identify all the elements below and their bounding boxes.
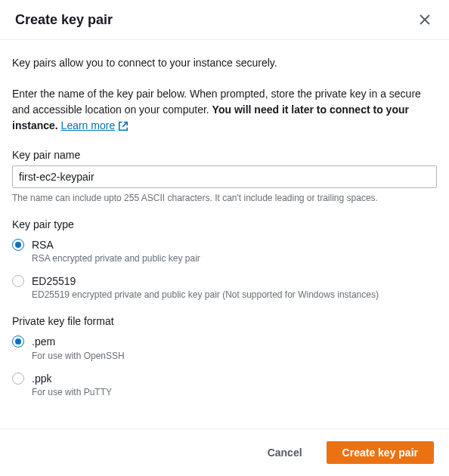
key-pair-name-helper: The name can include upto 255 ASCII char… [12, 193, 437, 203]
learn-more-label: Learn more [61, 118, 116, 134]
radio-icon [12, 335, 24, 348]
key-pair-name-input[interactable] [12, 165, 437, 188]
create-key-pair-modal: Create key pair Key pairs allow you to c… [0, 0, 449, 476]
intro-text: Key pairs allow you to connect to your i… [12, 55, 437, 71]
key-pair-name-field: Key pair name The name can include upto … [12, 149, 437, 203]
learn-more-link[interactable]: Learn more [61, 118, 129, 134]
radio-label: ED25519 [32, 274, 437, 288]
modal-body: Key pairs allow you to connect to your i… [0, 40, 449, 428]
radio-description: For use with OpenSSH [32, 351, 437, 361]
radio-label: RSA [32, 238, 437, 252]
key-pair-type-group: Key pair type RSA RSA encrypted private … [12, 218, 437, 300]
radio-option-rsa[interactable]: RSA RSA encrypted private and public key… [12, 238, 437, 264]
modal-footer: Cancel Create key pair [0, 428, 449, 476]
private-key-format-label: Private key file format [12, 315, 437, 327]
radio-icon [12, 275, 24, 287]
radio-content: .ppk For use with PuTTY [32, 372, 437, 397]
radio-content: RSA RSA encrypted private and public key… [32, 238, 437, 264]
radio-icon [12, 372, 24, 385]
instruction-text: Enter the name of the key pair below. Wh… [12, 86, 437, 134]
close-icon [419, 14, 431, 26]
radio-option-ed25519[interactable]: ED25519 ED25519 encrypted private and pu… [12, 274, 437, 300]
key-pair-type-label: Key pair type [12, 218, 437, 230]
cancel-button[interactable]: Cancel [252, 441, 317, 464]
close-button[interactable] [416, 11, 434, 29]
modal-header: Create key pair [0, 0, 449, 40]
radio-option-ppk[interactable]: .ppk For use with PuTTY [12, 372, 437, 397]
svg-line-2 [122, 122, 127, 126]
radio-content: ED25519 ED25519 encrypted private and pu… [32, 274, 437, 300]
private-key-format-group: Private key file format .pem For use wit… [12, 315, 437, 397]
key-pair-name-label: Key pair name [12, 149, 437, 161]
radio-description: For use with PuTTY [32, 387, 437, 397]
create-key-pair-button[interactable]: Create key pair [327, 441, 434, 464]
radio-label: .pem [32, 335, 437, 348]
radio-description: RSA encrypted private and public key pai… [32, 253, 437, 264]
radio-description: ED25519 encrypted private and public key… [32, 289, 437, 300]
external-link-icon [118, 121, 129, 131]
radio-option-pem[interactable]: .pem For use with OpenSSH [12, 335, 437, 360]
radio-icon [12, 239, 24, 251]
radio-label: .ppk [32, 372, 437, 385]
modal-title: Create key pair [15, 12, 113, 28]
radio-content: .pem For use with OpenSSH [32, 335, 437, 360]
